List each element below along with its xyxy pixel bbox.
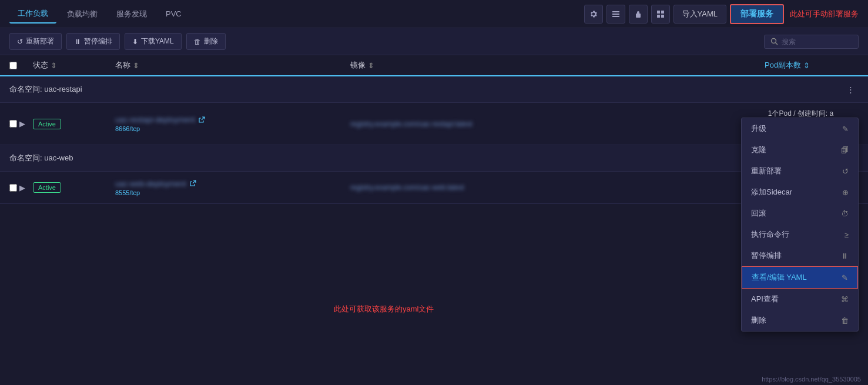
gear-icon-btn[interactable]	[584, 5, 603, 24]
menu-item-edit-yaml[interactable]: 查看/编辑 YAML ✎	[742, 266, 858, 289]
sort-icon-image[interactable]: ⇕	[368, 61, 374, 70]
row2-checkbox[interactable]	[9, 184, 17, 192]
table-area: 命名空间: uac-restapi ⋮ ▶ Active uac-restapi…	[0, 76, 868, 204]
header-name: 名称 ⇕	[115, 60, 350, 71]
row2-checkbox-cell: ▶	[9, 182, 33, 193]
menu-item-upgrade[interactable]: 升级 ✎	[742, 118, 858, 139]
row2-name-text: uac-web-deployment	[115, 179, 186, 188]
menu-exec-label: 执行命令行	[751, 229, 789, 240]
menu-item-add-sidecar[interactable]: 添加Sidecar ⊕	[742, 182, 858, 203]
delete-label: 删除	[204, 36, 218, 46]
sort-icon-pod[interactable]: ⇕	[803, 61, 810, 70]
menu-edit-yaml-icon: ✎	[842, 273, 848, 282]
search-icon	[770, 38, 778, 45]
row1-checkbox-cell: ▶	[9, 119, 33, 129]
row2-play-icon[interactable]: ▶	[17, 182, 28, 193]
menu-item-clone[interactable]: 克隆 🗐	[742, 139, 858, 160]
lock-icon-btn[interactable]	[629, 5, 648, 24]
menu-rollback-label: 回滚	[751, 208, 766, 219]
menu-item-api[interactable]: API查看 ⌘	[742, 289, 858, 310]
row1-name-area: uac-restapi-deployment 8666/tcp	[115, 115, 350, 132]
svg-rect-1	[612, 14, 619, 15]
context-menu: 升级 ✎ 克隆 🗐 重新部署 ↺ 添加Sidecar ⊕ 回滚 ⏱ 执行命令行 …	[741, 118, 859, 332]
namespace-row-uac-web: 命名空间: uac-web ⋮	[0, 145, 868, 172]
menu-api-label: API查看	[751, 294, 779, 304]
menu-item-redeploy[interactable]: 重新部署 ↺	[742, 160, 858, 182]
row1-service-name[interactable]: uac-restapi-deployment	[115, 115, 350, 124]
svg-rect-6	[657, 15, 660, 18]
row2-image-text: registry.example.com/uac-web:latest	[350, 183, 464, 192]
tab-pvc[interactable]: PVC	[157, 6, 190, 22]
header-checkbox[interactable]	[9, 62, 33, 69]
redeploy-label: 重新部署	[26, 36, 54, 46]
delete-button[interactable]: 🗑 删除	[186, 33, 226, 50]
tab-loadbalancer[interactable]: 负载均衡	[59, 5, 106, 23]
sort-icon-name[interactable]: ⇕	[133, 61, 139, 70]
menu-item-exec[interactable]: 执行命令行 ≥	[742, 224, 858, 245]
menu-item-pause[interactable]: 暂停编排 ⏸	[742, 245, 858, 266]
deploy-service-button[interactable]: 部署服务	[730, 4, 784, 24]
row1-image: registry.example.com/uac-restapi:latest	[350, 120, 743, 128]
row2-status: Active	[33, 182, 115, 193]
download-yaml-button[interactable]: ⬇ 下载YAML	[125, 33, 182, 50]
top-navigation: 工作负载 负载均衡 服务发现 PVC	[0, 0, 868, 28]
redeploy-icon: ↺	[17, 38, 23, 46]
table-header: 状态 ⇕ 名称 ⇕ 镜像 ⇕ Pod副本数 ⇕	[0, 55, 868, 76]
tab-workload[interactable]: 工作负载	[9, 5, 56, 24]
svg-point-8	[772, 39, 776, 43]
pause-label: 暂停编排	[84, 36, 112, 46]
row2-port: 8555/tcp	[115, 189, 350, 196]
menu-item-rollback[interactable]: 回滚 ⏱	[742, 203, 858, 224]
list-icon-btn[interactable]	[606, 5, 625, 24]
svg-rect-3	[636, 14, 641, 18]
menu-item-delete[interactable]: 删除 🗑	[742, 310, 858, 331]
delete-icon: 🗑	[194, 38, 201, 46]
deploy-annotation: 此处可手动部署服务	[790, 9, 859, 19]
pause-icon: ⏸	[74, 38, 81, 46]
row1-image-text: registry.example.com/uac-restapi:latest	[350, 120, 472, 128]
link-icon-2	[189, 180, 196, 187]
service-row-2: ▶ Active uac-web-deployment 8555/tcp reg…	[0, 172, 868, 204]
row1-checkbox[interactable]	[9, 120, 17, 128]
row1-port: 8666/tcp	[115, 125, 350, 132]
sort-icon-status[interactable]: ⇕	[51, 61, 57, 70]
menu-sidecar-icon: ⊕	[842, 188, 849, 197]
namespace-menu-btn-1[interactable]: ⋮	[842, 81, 859, 98]
select-all-checkbox[interactable]	[9, 62, 17, 69]
top-actions: 导入YAML 部署服务 此处可手动部署服务	[584, 4, 859, 24]
redeploy-button[interactable]: ↺ 重新部署	[9, 33, 62, 50]
pause-button[interactable]: ⏸ 暂停编排	[66, 33, 120, 50]
menu-upgrade-icon: ✎	[842, 125, 849, 133]
link-icon-1	[198, 116, 205, 123]
row2-service-name[interactable]: uac-web-deployment	[115, 179, 350, 188]
row1-name-text: uac-restapi-deployment	[115, 115, 195, 124]
menu-pause-label: 暂停编排	[751, 250, 782, 261]
svg-line-9	[776, 43, 778, 45]
download-icon: ⬇	[132, 38, 138, 46]
footer-url: https://blog.csdn.net/qq_35530005	[755, 373, 868, 385]
row1-status: Active	[33, 119, 115, 129]
search-box	[764, 35, 859, 49]
menu-rollback-icon: ⏱	[841, 209, 849, 218]
menu-delete-label: 删除	[751, 315, 766, 326]
row2-name-area: uac-web-deployment 8555/tcp	[115, 179, 350, 196]
svg-rect-7	[661, 15, 664, 18]
toolbar: ↺ 重新部署 ⏸ 暂停编排 ⬇ 下载YAML 🗑 删除	[0, 28, 868, 55]
import-yaml-button[interactable]: 导入YAML	[673, 5, 726, 24]
menu-redeploy-icon: ↺	[842, 167, 849, 176]
tab-service-discovery[interactable]: 服务发现	[108, 5, 155, 23]
search-input[interactable]	[782, 38, 852, 46]
svg-rect-4	[657, 11, 660, 14]
namespace-row-uac-restapi: 命名空间: uac-restapi ⋮	[0, 76, 868, 103]
row1-status-badge: Active	[33, 119, 61, 129]
menu-delete-icon: 🗑	[841, 316, 849, 325]
menu-pause-icon: ⏸	[841, 252, 849, 260]
header-status: 状态 ⇕	[33, 60, 115, 71]
grid-icon-btn[interactable]	[651, 5, 670, 24]
menu-upgrade-label: 升级	[751, 123, 766, 134]
header-image: 镜像 ⇕	[350, 60, 765, 71]
row1-play-icon[interactable]: ▶	[17, 119, 28, 129]
header-pod-count: Pod副本数 ⇕	[765, 60, 859, 71]
service-row-1: ▶ Active uac-restapi-deployment 8666/tcp…	[0, 103, 868, 145]
download-label: 下载YAML	[141, 36, 174, 46]
